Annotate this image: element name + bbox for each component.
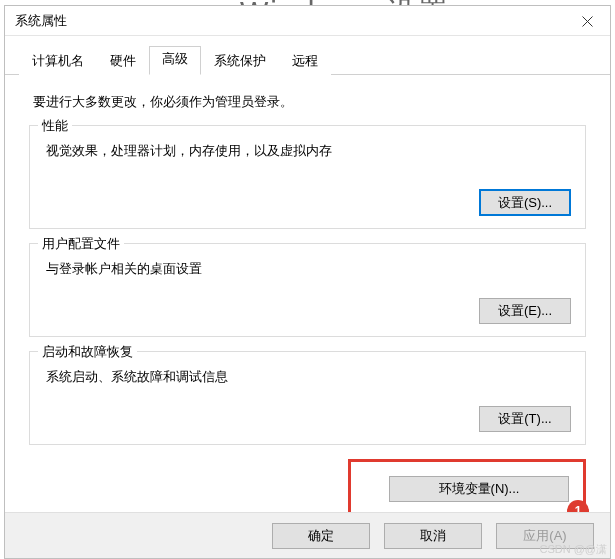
dialog-button-row: 确定 取消 应用(A) [5,512,610,558]
group-performance-desc: 视觉效果，处理器计划，内存使用，以及虚拟内存 [46,142,571,160]
close-icon [582,16,593,27]
tab-strip: 计算机名 硬件 高级 系统保护 远程 [5,36,610,75]
group-user-profile-desc: 与登录帐户相关的桌面设置 [46,260,571,278]
tab-advanced[interactable]: 高级 [149,46,201,75]
tab-computer-name[interactable]: 计算机名 [19,47,97,75]
close-button[interactable] [564,6,610,36]
group-performance: 性能 视觉效果，处理器计划，内存使用，以及虚拟内存 设置(S)... [29,125,586,229]
ok-button[interactable]: 确定 [272,523,370,549]
tab-hardware[interactable]: 硬件 [97,47,149,75]
intro-text: 要进行大多数更改，你必须作为管理员登录。 [33,93,582,111]
tab-content-advanced: 要进行大多数更改，你必须作为管理员登录。 性能 视觉效果，处理器计划，内存使用，… [5,75,610,535]
environment-variables-button[interactable]: 环境变量(N)... [389,476,569,502]
group-startup-title: 启动和故障恢复 [38,343,137,361]
cancel-button[interactable]: 取消 [384,523,482,549]
group-performance-title: 性能 [38,117,72,135]
system-properties-dialog: 系统属性 计算机名 硬件 高级 系统保护 远程 要进行大多数更改，你必须作为管理… [4,5,611,559]
startup-settings-button[interactable]: 设置(T)... [479,406,571,432]
dialog-title: 系统属性 [5,12,67,30]
performance-settings-button[interactable]: 设置(S)... [479,189,571,216]
user-profile-settings-button[interactable]: 设置(E)... [479,298,571,324]
tab-remote[interactable]: 远程 [279,47,331,75]
tab-system-protection[interactable]: 系统保护 [201,47,279,75]
group-user-profile: 用户配置文件 与登录帐户相关的桌面设置 设置(E)... [29,243,586,337]
group-startup-desc: 系统启动、系统故障和调试信息 [46,368,571,386]
watermark-text: CSDN @@潇 [539,542,607,557]
annotation-highlight-box: 环境变量(N)... 1 [348,459,586,519]
titlebar: 系统属性 [5,6,610,36]
group-startup-recovery: 启动和故障恢复 系统启动、系统故障和调试信息 设置(T)... [29,351,586,445]
group-user-profile-title: 用户配置文件 [38,235,124,253]
